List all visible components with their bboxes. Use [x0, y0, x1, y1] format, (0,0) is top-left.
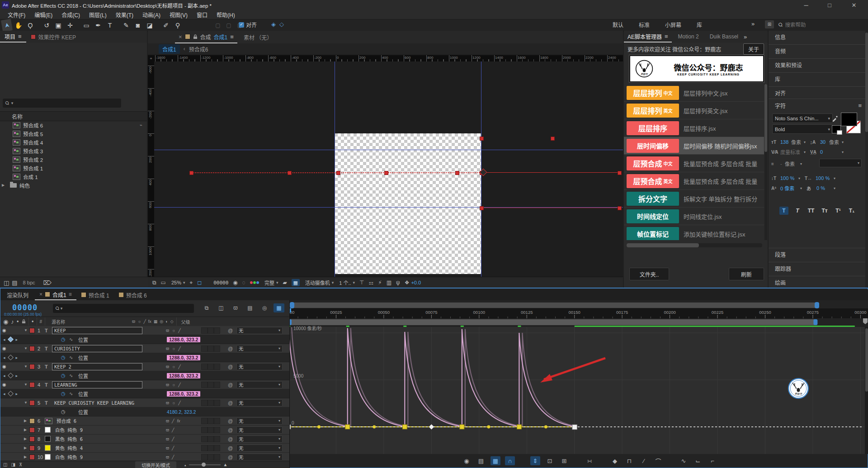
search-caret-icon[interactable]: ▾: [11, 101, 14, 105]
keyframe-square[interactable]: [517, 425, 521, 429]
parent-pick-whip-icon[interactable]: @: [228, 427, 233, 433]
guide-vertical[interactable]: [335, 61, 335, 277]
kf-next-icon[interactable]: ▸: [16, 337, 18, 342]
keyframe-dot[interactable]: [373, 425, 376, 429]
menu-item-4[interactable]: 效果(T): [112, 10, 137, 19]
parent-pick-whip-icon[interactable]: @: [228, 328, 233, 333]
frame-blend-icon[interactable]: ▤: [245, 303, 255, 312]
path-keyframe-handle[interactable]: [551, 137, 555, 141]
faux-style-0[interactable]: T: [779, 207, 788, 215]
layer-row[interactable]: ▶6预合成 6ϖ╱fx@无▾: [0, 416, 289, 425]
flowchart-icon[interactable]: ψ: [396, 279, 400, 286]
tab-timeline-comp-3[interactable]: 预合成 6: [114, 290, 151, 300]
switch-empty-cell[interactable]: [208, 400, 214, 406]
sidebar-scrollbar[interactable]: [865, 31, 868, 288]
layer-quality-icon[interactable]: ╱: [178, 346, 180, 351]
parent-select[interactable]: 无▾: [236, 426, 283, 434]
workspace-overflow-icon[interactable]: »: [751, 21, 755, 27]
roto-brush-tool-icon[interactable]: ✐: [160, 20, 172, 30]
layer-collapse-icon[interactable]: ☼: [172, 383, 175, 387]
tracking-caret[interactable]: ▾: [842, 150, 848, 154]
switch-empty-cell[interactable]: [208, 436, 214, 442]
layer-collapse-icon[interactable]: ☼: [172, 364, 175, 369]
project-flowchart-icon[interactable]: ◫: [4, 280, 9, 286]
menu-item-6[interactable]: 视图(V): [165, 10, 192, 19]
layer-row[interactable]: ◉▼4TLEARNINGϖ☼╱@无▾: [0, 380, 289, 389]
parent-pick-whip-icon[interactable]: @: [228, 382, 233, 388]
switch-empty-cell[interactable]: [208, 327, 214, 334]
ge-hold-icon[interactable]: ⊓: [624, 456, 634, 465]
expand-pane-1-icon[interactable]: ◫: [3, 463, 7, 467]
kf-current-hollow-icon[interactable]: [8, 373, 14, 378]
tab-effect-controls[interactable]: 效果控件 KEEP: [26, 31, 80, 42]
switch-empty-cell[interactable]: [214, 427, 220, 433]
layer-collapse-icon[interactable]: ☼: [172, 401, 175, 405]
path-keyframe-handle[interactable]: [618, 171, 622, 175]
faux-style-5[interactable]: T₁: [847, 207, 856, 215]
switch-empty-cell[interactable]: [201, 445, 208, 451]
layer-eye-icon[interactable]: ◉: [2, 328, 9, 333]
tab-timeline-comp-2[interactable]: 预合成 1: [76, 290, 114, 300]
show-snapshot-icon[interactable]: ◌: [242, 279, 245, 286]
zoom-tool-icon[interactable]: Ϙ: [24, 20, 36, 30]
panel-menu-icon[interactable]: ≡: [69, 291, 72, 298]
stroke-width-value[interactable]: -: [780, 161, 785, 166]
path-keyframe-handle[interactable]: [384, 171, 388, 175]
snap-option-2-icon[interactable]: ◇: [279, 21, 284, 28]
faux-style-3[interactable]: Tт: [820, 207, 829, 215]
keyframe-dot[interactable]: [487, 425, 490, 429]
stroke-style-select[interactable]: ▾: [819, 159, 862, 167]
breadcrumb-other[interactable]: 预合成6: [189, 45, 208, 53]
switch-collapse-icon[interactable]: ☼: [137, 319, 141, 324]
vertical-scale-value[interactable]: 100 %: [780, 175, 798, 181]
faux-style-4[interactable]: T¹: [834, 207, 843, 215]
layer-eye-icon[interactable]: ◉: [2, 382, 9, 387]
path-keyframe-handle[interactable]: [618, 206, 622, 210]
folder-button[interactable]: 文件夹..: [629, 268, 669, 280]
kf-prev-icon[interactable]: ◂: [3, 373, 5, 378]
switch-empty-cell[interactable]: [208, 364, 214, 370]
usage-icon[interactable]: ⌁: [140, 123, 142, 128]
layer-expander-icon[interactable]: ▶: [24, 419, 29, 423]
script-row[interactable]: 帧位置标记添加关键帧位置标记.jsx: [624, 225, 764, 240]
breadcrumb-current[interactable]: 合成1: [159, 44, 180, 54]
switch-quality-icon[interactable]: ╱: [143, 319, 146, 324]
layer-quality-icon[interactable]: ╱: [178, 401, 180, 405]
nav-start-handle[interactable]: [290, 302, 294, 308]
script-row[interactable]: 层层排序层层排序.jsx: [624, 119, 764, 137]
layer-label-chip[interactable]: [29, 364, 35, 369]
layer-label-chip[interactable]: [29, 400, 35, 406]
property-row[interactable]: ◂▸◷∿位置1288.0, 323.2: [0, 353, 289, 362]
layer-shy-icon[interactable]: ϖ: [166, 419, 169, 423]
baseline-shift-value[interactable]: 0 像素: [780, 184, 800, 192]
layer-shy-icon[interactable]: ϖ: [166, 383, 169, 387]
expand-pane-3-icon[interactable]: ⊼: [19, 463, 22, 467]
fast-preview-icon[interactable]: ⚡: [378, 279, 382, 286]
script-row[interactable]: 层预合成英文批量层预合成 多层合成 批量: [624, 172, 764, 190]
tab-script-manager[interactable]: AE脚本管理器 ≡: [624, 31, 672, 43]
layer-name[interactable]: 白色 纯色 9: [53, 426, 85, 433]
nav-end-handle[interactable]: [815, 302, 819, 308]
layer-name[interactable]: KEEP 2: [52, 363, 142, 370]
region-of-interest-icon[interactable]: ⌖: [189, 279, 193, 286]
layer-row[interactable]: ◉▼2TCURIOSITYϖ☼╱@无▾: [0, 344, 289, 353]
switch-empty-cell[interactable]: [214, 400, 220, 406]
eyedropper-icon[interactable]: [832, 114, 839, 122]
close-button[interactable]: ✕: [844, 0, 864, 10]
menu-item-0[interactable]: 文件(F): [4, 10, 29, 19]
parent-pick-whip-icon[interactable]: @: [228, 400, 233, 406]
switch-empty-cell[interactable]: [201, 427, 208, 433]
keyframe-dot[interactable]: [544, 425, 547, 429]
property-value[interactable]: 4180.2, 323.2: [167, 409, 196, 415]
ge-ease-out-icon[interactable]: ⌐: [708, 456, 717, 465]
property-name[interactable]: 位置: [78, 354, 88, 361]
parent-select[interactable]: 无▾: [236, 399, 283, 407]
horizontal-scale-value[interactable]: 100 %: [816, 175, 834, 181]
property-value[interactable]: 1288.0, 323.2: [167, 355, 200, 360]
parent-select[interactable]: 无▾: [236, 444, 283, 452]
exposure-reset-icon[interactable]: ❖: [405, 279, 410, 286]
layer-collapse-icon[interactable]: ☼: [172, 328, 175, 333]
ge-menu-icon[interactable]: ▤: [476, 456, 486, 465]
workspace-0[interactable]: 默认: [613, 21, 623, 28]
bit-depth-label[interactable]: 8 bpc: [23, 280, 35, 285]
